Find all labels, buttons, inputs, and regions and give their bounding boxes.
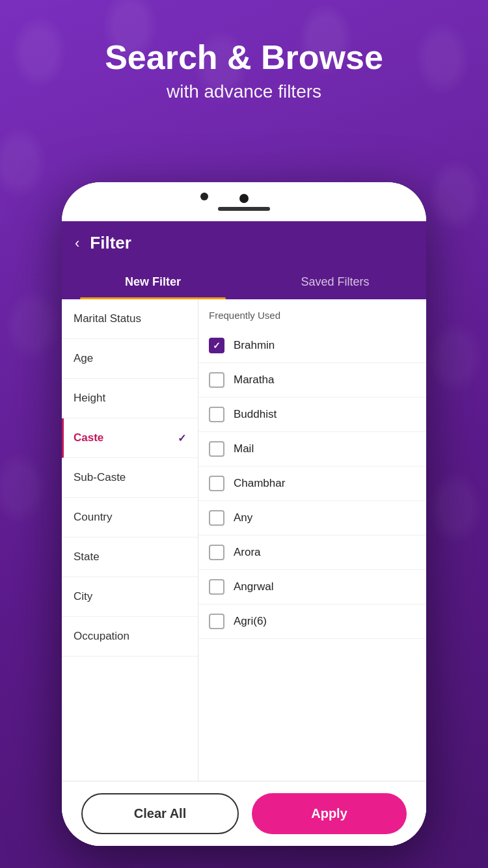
sidebar-item-height[interactable]: Height [62,379,198,418]
option-chambhar[interactable]: Chambhar [198,467,426,501]
sidebar-item-subcaste[interactable]: Sub-Caste [62,458,198,498]
filter-title: Filter [90,233,131,253]
option-label-arora: Arora [234,546,261,559]
sidebar-item-caste[interactable]: Caste ✓ [62,418,198,458]
tab-bar: New Filter Saved Filters [62,265,426,299]
filter-content: Marital Status Age Height Caste ✓ Sub-Ca… [62,299,426,781]
option-buddhist[interactable]: Buddhist [198,398,426,432]
sidebar-item-city[interactable]: City [62,577,198,617]
option-label-maratha: Maratha [234,373,274,387]
checkbox-buddhist[interactable] [209,407,224,422]
option-angrwal[interactable]: Angrwal [198,570,426,604]
phone-shell: ‹ Filter New Filter Saved Filters Marita… [62,182,426,846]
page-title: Search & Browse [0,39,488,76]
apply-button[interactable]: Apply [252,793,407,834]
phone-speaker-icon [218,207,270,211]
option-label-agri: Agri(6) [234,615,267,628]
phone-notch [62,182,426,221]
option-maratha[interactable]: Maratha [198,363,426,398]
checkbox-any[interactable] [209,510,224,526]
checkbox-agri[interactable] [209,614,224,629]
sidebar-item-country[interactable]: Country [62,498,198,537]
clear-all-button[interactable]: Clear All [81,793,239,834]
checkbox-arora[interactable] [209,545,224,560]
back-button[interactable]: ‹ [75,235,79,252]
header-section: Search & Browse with advance filters [0,39,488,102]
option-label-brahmin: Brahmin [234,339,275,352]
option-agri[interactable]: Agri(6) [198,604,426,639]
bottom-action-bar: Clear All Apply [62,781,426,846]
caste-check-icon: ✓ [178,432,186,444]
option-arora[interactable]: Arora [198,536,426,570]
filter-header: ‹ Filter [62,221,426,265]
page-subtitle: with advance filters [0,81,488,102]
frequently-used-label: Frequently Used [198,310,426,329]
option-label-chambhar: Chambhar [234,477,285,490]
option-any[interactable]: Any [198,501,426,536]
phone-screen: ‹ Filter New Filter Saved Filters Marita… [62,221,426,846]
sidebar-item-occupation[interactable]: Occupation [62,617,198,657]
option-label-angrwal: Angrwal [234,580,273,593]
tab-saved-filters[interactable]: Saved Filters [244,265,426,299]
option-label-buddhist: Buddhist [234,408,277,421]
phone-camera-icon [239,194,249,203]
checkbox-angrwal[interactable] [209,579,224,595]
filter-options-panel: Frequently Used Brahmin Maratha Buddhist… [198,299,426,781]
sidebar-item-age[interactable]: Age [62,339,198,379]
option-brahmin[interactable]: Brahmin [198,329,426,363]
checkbox-maratha[interactable] [209,372,224,388]
phone-sensor-icon [200,193,208,200]
option-label-any: Any [234,511,252,524]
option-mail[interactable]: Mail [198,432,426,467]
sidebar-item-state[interactable]: State [62,537,198,577]
sidebar-item-marital[interactable]: Marital Status [62,299,198,339]
checkbox-chambhar[interactable] [209,476,224,491]
checkbox-mail[interactable] [209,441,224,457]
filter-sidebar: Marital Status Age Height Caste ✓ Sub-Ca… [62,299,198,781]
tab-new-filter[interactable]: New Filter [62,265,244,299]
option-label-mail: Mail [234,442,254,455]
checkbox-brahmin[interactable] [209,338,224,353]
